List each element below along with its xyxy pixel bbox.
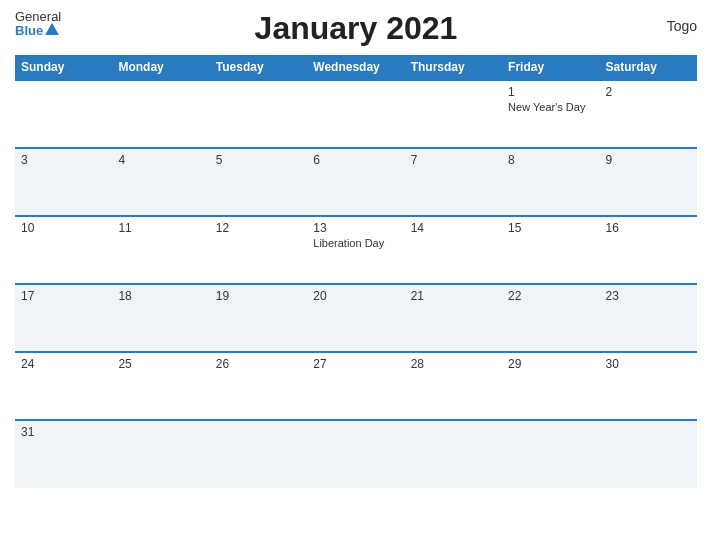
day-number: 17 (21, 289, 106, 303)
day-number: 4 (118, 153, 203, 167)
day-number: 27 (313, 357, 398, 371)
calendar-title: January 2021 (255, 10, 458, 47)
day-cell: 24 (15, 352, 112, 420)
day-headers-row: Sunday Monday Tuesday Wednesday Thursday… (15, 55, 697, 80)
day-cell (405, 420, 502, 488)
day-cell (112, 420, 209, 488)
week-row-4: 17181920212223 (15, 284, 697, 352)
day-cell: 10 (15, 216, 112, 284)
day-cell: 1New Year's Day (502, 80, 599, 148)
day-cell: 6 (307, 148, 404, 216)
header-friday: Friday (502, 55, 599, 80)
day-cell: 25 (112, 352, 209, 420)
day-cell: 14 (405, 216, 502, 284)
day-number: 16 (606, 221, 691, 235)
week-row-3: 10111213Liberation Day141516 (15, 216, 697, 284)
calendar-header: General Blue January 2021 Togo (15, 10, 697, 47)
day-number: 23 (606, 289, 691, 303)
header-monday: Monday (112, 55, 209, 80)
day-number: 30 (606, 357, 691, 371)
day-cell: 5 (210, 148, 307, 216)
header-wednesday: Wednesday (307, 55, 404, 80)
day-cell: 26 (210, 352, 307, 420)
day-number: 13 (313, 221, 398, 235)
day-cell (307, 80, 404, 148)
day-cell: 8 (502, 148, 599, 216)
day-cell: 27 (307, 352, 404, 420)
day-cell: 29 (502, 352, 599, 420)
day-cell: 17 (15, 284, 112, 352)
day-number: 18 (118, 289, 203, 303)
day-number: 20 (313, 289, 398, 303)
week-row-5: 24252627282930 (15, 352, 697, 420)
day-cell: 13Liberation Day (307, 216, 404, 284)
day-number: 28 (411, 357, 496, 371)
event-label: New Year's Day (508, 101, 593, 113)
day-number: 6 (313, 153, 398, 167)
day-number: 22 (508, 289, 593, 303)
calendar-container: General Blue January 2021 Togo Sunday Mo… (0, 0, 712, 550)
day-number: 11 (118, 221, 203, 235)
day-number: 26 (216, 357, 301, 371)
event-label: Liberation Day (313, 237, 398, 249)
day-cell: 16 (600, 216, 697, 284)
country-label: Togo (667, 18, 697, 34)
day-cell (307, 420, 404, 488)
day-cell: 12 (210, 216, 307, 284)
day-cell: 11 (112, 216, 209, 284)
day-number: 25 (118, 357, 203, 371)
day-cell: 4 (112, 148, 209, 216)
day-cell: 18 (112, 284, 209, 352)
day-number: 10 (21, 221, 106, 235)
day-cell: 15 (502, 216, 599, 284)
day-number: 12 (216, 221, 301, 235)
day-cell: 28 (405, 352, 502, 420)
header-sunday: Sunday (15, 55, 112, 80)
header-thursday: Thursday (405, 55, 502, 80)
logo-general-text: General (15, 10, 61, 23)
day-number: 31 (21, 425, 106, 439)
day-number: 7 (411, 153, 496, 167)
logo-blue-text: Blue (15, 23, 61, 37)
week-row-1: 1New Year's Day2 (15, 80, 697, 148)
day-cell: 20 (307, 284, 404, 352)
header-saturday: Saturday (600, 55, 697, 80)
day-number: 5 (216, 153, 301, 167)
day-cell: 23 (600, 284, 697, 352)
week-row-2: 3456789 (15, 148, 697, 216)
day-cell (15, 80, 112, 148)
day-number: 21 (411, 289, 496, 303)
logo: General Blue (15, 10, 61, 37)
day-cell (405, 80, 502, 148)
day-cell: 3 (15, 148, 112, 216)
day-number: 9 (606, 153, 691, 167)
day-number: 19 (216, 289, 301, 303)
day-number: 15 (508, 221, 593, 235)
day-number: 2 (606, 85, 691, 99)
day-cell (502, 420, 599, 488)
day-cell: 7 (405, 148, 502, 216)
day-cell (210, 80, 307, 148)
day-number: 8 (508, 153, 593, 167)
day-cell: 30 (600, 352, 697, 420)
day-cell: 31 (15, 420, 112, 488)
day-number: 1 (508, 85, 593, 99)
day-number: 29 (508, 357, 593, 371)
day-cell: 19 (210, 284, 307, 352)
day-cell (112, 80, 209, 148)
day-cell: 2 (600, 80, 697, 148)
header-tuesday: Tuesday (210, 55, 307, 80)
day-cell (600, 420, 697, 488)
calendar-table: Sunday Monday Tuesday Wednesday Thursday… (15, 55, 697, 488)
day-cell (210, 420, 307, 488)
day-number: 24 (21, 357, 106, 371)
day-cell: 21 (405, 284, 502, 352)
day-cell: 9 (600, 148, 697, 216)
day-number: 14 (411, 221, 496, 235)
week-row-6: 31 (15, 420, 697, 488)
logo-triangle-icon (45, 23, 59, 35)
day-cell: 22 (502, 284, 599, 352)
day-number: 3 (21, 153, 106, 167)
